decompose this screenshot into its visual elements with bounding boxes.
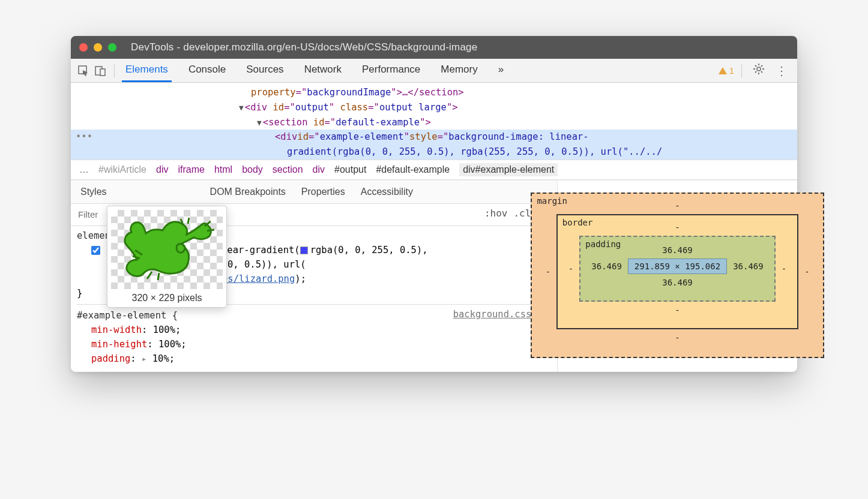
border-top-value: - xyxy=(568,223,786,232)
property-value[interactable]: 100% xyxy=(153,324,175,335)
tab-elements[interactable]: Elements xyxy=(122,59,172,82)
breadcrumb-item[interactable]: body xyxy=(242,164,263,175)
padding-bottom-value: 36.469 xyxy=(591,278,763,287)
property-name[interactable]: min-width xyxy=(91,324,142,335)
subtab-dom-breakpoints[interactable]: DOM Breakpoints xyxy=(210,187,286,197)
dom-line[interactable]: property="backgroundImage">…</section> xyxy=(71,85,797,100)
breadcrumb-item-selected[interactable]: div#example-element xyxy=(459,163,558,176)
svg-point-3 xyxy=(757,67,761,71)
margin-label: margin xyxy=(537,196,567,206)
border-label: border xyxy=(562,218,593,227)
tab-console[interactable]: Console xyxy=(185,59,229,82)
breadcrumb-item[interactable]: section xyxy=(273,164,303,175)
tab-performance[interactable]: Performance xyxy=(358,59,424,82)
box-model-padding[interactable]: padding 36.469 36.469 291.859 × 195.062 … xyxy=(579,236,775,302)
subtab-hidden xyxy=(122,187,194,197)
hov-toggle[interactable]: :hov xyxy=(484,208,508,222)
subtab-accessibility[interactable]: Accessibility xyxy=(361,187,413,197)
box-model-content[interactable]: 291.859 × 195.062 xyxy=(628,258,727,274)
dom-line-selected[interactable]: ••• <div id="example-element" style="bac… xyxy=(71,130,797,145)
inspect-element-icon[interactable] xyxy=(77,64,90,77)
dom-line[interactable]: ▼<div id="output" class="output large"> xyxy=(71,100,797,115)
property-toggle-checkbox[interactable] xyxy=(91,246,100,255)
tab-memory[interactable]: Memory xyxy=(437,59,481,82)
border-left-value: - xyxy=(568,264,573,273)
dom-line[interactable]: ▼<section id="default-example"> xyxy=(71,115,797,130)
subtab-properties[interactable]: Properties xyxy=(301,187,345,197)
margin-left-value: - xyxy=(545,267,550,276)
close-window-button[interactable] xyxy=(79,43,88,52)
warnings-badge[interactable]: 1 xyxy=(719,65,734,76)
breadcrumb-overflow-icon[interactable]: … xyxy=(79,164,89,175)
settings-icon[interactable] xyxy=(749,63,768,78)
tab-network[interactable]: Network xyxy=(301,59,345,82)
collapsed-dots-icon[interactable]: ••• xyxy=(76,130,92,145)
svg-rect-2 xyxy=(100,69,105,76)
toolbar-divider-2 xyxy=(741,64,742,77)
padding-right-value: 36.469 xyxy=(733,261,764,271)
breadcrumb-item[interactable]: iframe xyxy=(178,164,204,175)
image-preview-tooltip: 320 × 229 pixels xyxy=(107,206,227,308)
more-icon[interactable]: ⋮ xyxy=(772,64,791,78)
property-name[interactable]: padding xyxy=(91,353,130,364)
tabs-overflow[interactable]: » xyxy=(495,59,507,82)
traffic-lights xyxy=(79,43,116,52)
property-value[interactable]: 10% xyxy=(152,353,169,364)
titlebar: DevTools - developer.mozilla.org/en-US/d… xyxy=(71,36,797,59)
box-model-diagram[interactable]: margin - - border - - padding 36.469 xyxy=(531,193,824,358)
zoom-window-button[interactable] xyxy=(108,43,116,52)
panel-tabs: Elements Console Sources Network Perform… xyxy=(122,59,715,82)
warning-icon xyxy=(719,67,727,74)
box-model-border[interactable]: border - - padding 36.469 36.469 291.859… xyxy=(556,214,798,329)
tab-sources[interactable]: Sources xyxy=(243,59,287,82)
source-file-link[interactable]: background.css:1 xyxy=(453,307,543,321)
box-model-margin[interactable]: margin - - border - - padding 36.469 xyxy=(531,193,824,358)
margin-top-value: - xyxy=(545,201,809,211)
styles-subtabs: Styles DOM Breakpoints Properties Access… xyxy=(71,181,557,204)
subtab-styles[interactable]: Styles xyxy=(80,187,107,197)
breadcrumb-item[interactable]: #wikiArticle xyxy=(98,164,146,175)
breadcrumb[interactable]: … #wikiArticle div iframe html body sect… xyxy=(71,160,797,180)
devtools-window: DevTools - developer.mozilla.org/en-US/d… xyxy=(71,36,797,372)
dom-line-selected-2[interactable]: gradient(rgba(0, 0, 255, 0.5), rgba(255,… xyxy=(71,145,797,160)
computed-pane: margin - - border - - padding 36.469 xyxy=(557,181,797,372)
image-dimensions-label: 320 × 229 pixels xyxy=(111,293,223,303)
color-swatch-icon[interactable] xyxy=(300,247,308,254)
property-value[interactable]: 100% xyxy=(158,339,181,350)
border-bottom-value: - xyxy=(568,305,786,315)
margin-right-value: - xyxy=(804,267,809,276)
padding-left-value: 36.469 xyxy=(591,261,622,271)
device-toggle-icon[interactable] xyxy=(94,64,107,77)
minimize-window-button[interactable] xyxy=(94,43,102,52)
padding-label: padding xyxy=(585,239,621,249)
main-toolbar: Elements Console Sources Network Perform… xyxy=(71,59,797,83)
breadcrumb-item[interactable]: div xyxy=(156,164,168,175)
breadcrumb-item[interactable]: #default-example xyxy=(376,164,450,175)
image-thumbnail xyxy=(111,210,223,289)
elements-tree[interactable]: property="backgroundImage">…</section> ▼… xyxy=(71,83,797,160)
rule-selector: #example-element { xyxy=(77,310,178,321)
color-value-1[interactable]: rgba(0, 0, 255, 0.5) xyxy=(310,245,423,255)
expand-shorthand-icon[interactable]: ▸ xyxy=(142,354,146,363)
toolbar-divider xyxy=(114,64,115,77)
border-right-value: - xyxy=(782,264,786,273)
breadcrumb-item[interactable]: div xyxy=(313,164,325,175)
property-name[interactable]: min-height xyxy=(91,339,147,350)
breadcrumb-item[interactable]: html xyxy=(214,164,232,175)
rule-example-element[interactable]: #example-element { background.css:1 min-… xyxy=(77,304,551,366)
margin-bottom-value: - xyxy=(545,333,809,342)
window-title: DevTools - developer.mozilla.org/en-US/d… xyxy=(131,41,477,53)
breadcrumb-item[interactable]: #output xyxy=(334,164,366,175)
warnings-count: 1 xyxy=(729,65,734,76)
